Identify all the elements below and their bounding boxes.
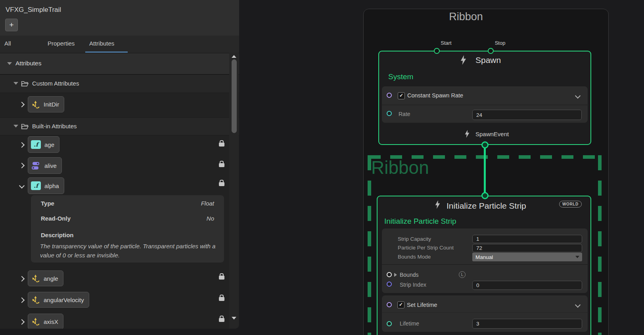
initialize-header-label: Initialize Particle Strip (384, 217, 456, 226)
foldout-triangle-icon[interactable] (13, 82, 18, 85)
vfx-graph-window: Ribbon Ribbon Start Stop Spawn System ✓ … (0, 0, 644, 335)
tab-properties[interactable]: Properties (48, 40, 75, 47)
dropdown-arrow-icon (575, 256, 579, 258)
spawn-event-label: SpawnEvent (475, 131, 509, 137)
builtin-attributes-group-row[interactable]: Built-in Attributes (0, 117, 239, 135)
custom-attributes-group-row[interactable]: Custom Attributes (0, 74, 239, 93)
bounds-mode-label: Bounds Mode (398, 254, 431, 260)
bool-type-icon (31, 161, 41, 170)
bounds-mode-value: Manual (475, 254, 493, 260)
lifetime-label: Lifetime (400, 320, 419, 327)
constant-spawn-rate-checkbox[interactable]: ✓ (398, 92, 405, 99)
lock-icon (219, 276, 224, 280)
blackboard-tabbar: All Properties Attributes (0, 36, 239, 53)
bounds-label: Bounds (400, 272, 418, 278)
scroll-down-icon[interactable] (232, 317, 236, 320)
blackboard-header: VFXG_SimpleTrail + (0, 0, 239, 36)
float-type-icon: .f (31, 181, 41, 190)
block-divider (382, 264, 588, 265)
graph-window-title: Ribbon (428, 11, 504, 23)
particle-per-strip-count-label: Particle Per Strip Count (398, 245, 454, 251)
attribute-name: angle (44, 275, 58, 282)
start-port-label: Start (436, 40, 456, 46)
stop-port-label: Stop (490, 40, 510, 46)
constant-spawn-rate-port[interactable] (387, 93, 392, 98)
system-boundary-label: Ribbon (371, 157, 429, 178)
set-lifetime-port[interactable] (387, 302, 392, 307)
spawn-output-port[interactable] (481, 141, 489, 148)
vector-type-icon (31, 295, 40, 304)
attribute-name: InitDir (44, 101, 59, 108)
block-divider (382, 312, 588, 313)
attribute-item-alpha[interactable]: .f alpha (28, 177, 64, 194)
attribute-item-initdir[interactable]: InitDir (28, 96, 64, 112)
particle-per-strip-count-field[interactable]: 72 (472, 244, 582, 252)
custom-attributes-group-label: Custom Attributes (32, 80, 79, 87)
space-badge[interactable]: WORLD (559, 201, 582, 207)
attribute-name: age (44, 141, 54, 148)
vector-type-icon (31, 274, 40, 283)
set-lifetime-checkbox[interactable]: ✓ (397, 301, 404, 308)
strip-capacity-field[interactable]: 1 (472, 235, 582, 243)
lock-icon (219, 182, 224, 186)
bounds-expander-icon[interactable] (394, 273, 397, 277)
system-boundary-left (368, 155, 371, 335)
strip-index-port[interactable] (387, 282, 392, 287)
vector-type-icon (31, 317, 40, 326)
scrollbar-thumb[interactable] (232, 59, 237, 133)
lifetime-field[interactable]: 3 (472, 319, 582, 329)
foldout-triangle-icon[interactable] (13, 125, 18, 128)
initialize-input-port[interactable] (481, 192, 489, 199)
attribute-name: alive (44, 162, 57, 169)
spawn-context-icon (460, 55, 467, 65)
attribute-item-age[interactable]: .f age (28, 136, 59, 153)
description-label: Description (41, 232, 74, 238)
strip-index-field[interactable]: 0 (472, 281, 582, 290)
initialize-node-title: Initialize Particle Strip (447, 201, 526, 211)
attributes-root-row[interactable]: Attributes (0, 53, 239, 74)
lock-icon (219, 318, 224, 322)
spawn-node-title: Spawn (475, 55, 501, 65)
description-text: The transparency value of the particle. … (40, 242, 216, 260)
lock-icon (219, 297, 224, 301)
flow-edge[interactable] (484, 145, 486, 196)
bounds-space-badge[interactable]: L (459, 271, 466, 278)
attribute-name: angularVelocity (44, 297, 84, 303)
add-attribute-button[interactable]: + (5, 19, 18, 31)
lock-icon (219, 143, 224, 147)
initialize-context-icon (435, 200, 441, 209)
attribute-item-angularvelocity[interactable]: angularVelocity (28, 292, 89, 308)
strip-index-label: Strip Index (400, 282, 426, 288)
block-divider (382, 105, 588, 105)
system-boundary-right (598, 155, 602, 335)
bounds-port[interactable] (387, 272, 392, 277)
attribute-item-axisx[interactable]: axisX (28, 314, 63, 329)
folder-icon (21, 80, 29, 87)
blackboard-panel: VFXG_SimpleTrail + All Properties Attrib… (0, 0, 239, 329)
attributes-root-label: Attributes (15, 60, 41, 67)
lifetime-port[interactable] (387, 321, 392, 326)
attribute-name: axisX (44, 318, 58, 325)
stop-port[interactable] (488, 48, 494, 54)
type-value: Float (119, 200, 214, 207)
tab-attributes[interactable]: Attributes (89, 40, 114, 47)
constant-spawn-rate-label: Constant Spawn Rate (407, 92, 463, 99)
spawn-system-label: System (388, 72, 413, 81)
foldout-triangle-icon[interactable] (7, 62, 12, 65)
bounds-mode-dropdown[interactable]: Manual (472, 253, 582, 261)
attribute-item-alive[interactable]: alive (28, 157, 62, 174)
tab-all[interactable]: All (4, 40, 11, 47)
attribute-item-angle[interactable]: angle (28, 270, 63, 286)
attribute-name: alpha (44, 183, 59, 189)
scroll-up-icon[interactable] (232, 55, 236, 58)
spawn-event-icon (464, 129, 470, 138)
rate-port[interactable] (387, 111, 392, 116)
rate-label: Rate (399, 111, 410, 117)
readonly-label: Read-Only (41, 215, 71, 222)
type-label: Type (41, 200, 54, 207)
float-type-icon: .f (31, 140, 41, 149)
folder-icon (21, 123, 29, 129)
start-port[interactable] (434, 48, 440, 54)
rate-field[interactable]: 24 (472, 110, 582, 120)
asset-title: VFXG_SimpleTrail (6, 6, 61, 14)
